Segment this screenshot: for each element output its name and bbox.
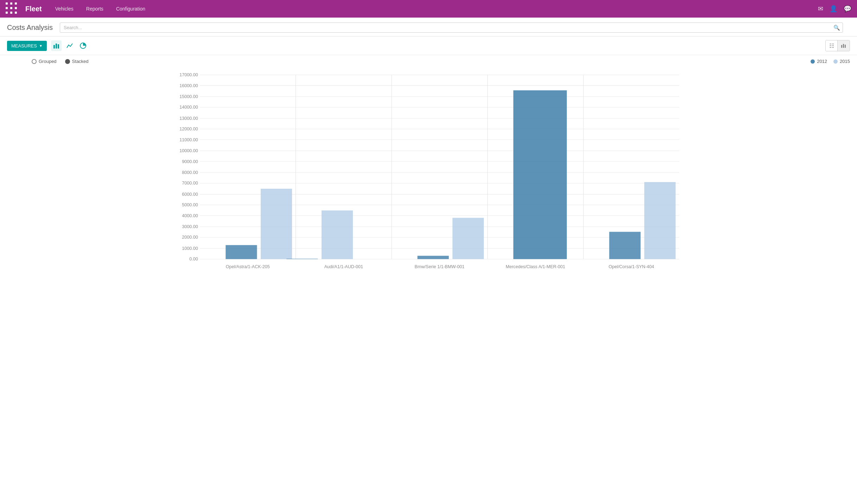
- svg-text:13000.00: 13000.00: [179, 116, 198, 121]
- top-navigation: Fleet Vehicles Reports Configuration ✉ 👤…: [0, 0, 857, 18]
- dot-2012: [811, 59, 815, 64]
- legend-2015: 2015: [833, 59, 850, 64]
- bar-opel-2015[interactable]: [261, 189, 292, 259]
- bar-audi-2015[interactable]: [322, 211, 353, 259]
- svg-text:Opel/Corsa/1-SYN-404: Opel/Corsa/1-SYN-404: [609, 264, 654, 269]
- view-toggle: ☷: [825, 40, 850, 51]
- grouped-radio: [32, 59, 37, 64]
- graph-view-button[interactable]: [838, 40, 850, 51]
- nav-vehicles[interactable]: Vehicles: [52, 4, 76, 14]
- svg-text:15000.00: 15000.00: [179, 94, 198, 99]
- svg-text:Opel/Astra/1-ACK-205: Opel/Astra/1-ACK-205: [226, 264, 270, 269]
- svg-rect-2: [58, 44, 59, 49]
- svg-text:4000.00: 4000.00: [182, 213, 198, 218]
- bar-opel-2012[interactable]: [226, 245, 257, 259]
- svg-rect-1: [56, 44, 57, 49]
- page-header: Costs Analysis 🔍: [0, 18, 857, 37]
- svg-text:10000.00: 10000.00: [179, 148, 198, 153]
- label-2012: 2012: [817, 59, 827, 64]
- search-icon: 🔍: [833, 25, 840, 31]
- svg-rect-6: [845, 45, 846, 48]
- chart-area: Grouped Stacked 2012 2015 .y-label { f: [0, 55, 857, 304]
- nav-configuration[interactable]: Configuration: [113, 4, 148, 14]
- dot-2015: [833, 59, 838, 64]
- page-title: Costs Analysis: [7, 24, 53, 32]
- bar-bmw-2012[interactable]: [418, 256, 449, 259]
- list-view-button[interactable]: ☷: [826, 40, 838, 51]
- stacked-label: Stacked: [72, 59, 89, 64]
- user-icon[interactable]: 👤: [830, 5, 837, 13]
- search-bar: 🔍: [60, 22, 843, 33]
- measures-button[interactable]: MEASURES ▼: [7, 41, 47, 51]
- svg-text:6000.00: 6000.00: [182, 192, 198, 197]
- mail-icon[interactable]: ✉: [818, 5, 823, 13]
- svg-text:2000.00: 2000.00: [182, 235, 198, 240]
- bar-mercedes-2012[interactable]: [513, 90, 567, 259]
- stacked-radio: [65, 59, 70, 64]
- svg-text:8000.00: 8000.00: [182, 170, 198, 175]
- svg-text:17000.00: 17000.00: [179, 72, 198, 77]
- measures-label: MEASURES: [11, 43, 37, 49]
- svg-text:5000.00: 5000.00: [182, 202, 198, 207]
- legend-2012: 2012: [811, 59, 827, 64]
- svg-rect-0: [53, 45, 55, 49]
- toolbar: MEASURES ▼ ☷: [0, 37, 857, 55]
- svg-text:1000.00: 1000.00: [182, 246, 198, 251]
- dropdown-arrow-icon: ▼: [39, 44, 43, 48]
- grouped-label: Grouped: [39, 59, 57, 64]
- bar-audi-2012[interactable]: [286, 259, 318, 259]
- bar-corsa-2012[interactable]: [609, 232, 641, 259]
- chat-icon[interactable]: 💬: [844, 5, 851, 13]
- legend-stacked[interactable]: Stacked: [65, 59, 89, 64]
- svg-text:14000.00: 14000.00: [179, 105, 198, 110]
- svg-text:12000.00: 12000.00: [179, 127, 198, 131]
- svg-text:3000.00: 3000.00: [182, 224, 198, 229]
- chart-type-icons: [51, 40, 88, 51]
- pie-chart-icon[interactable]: [78, 40, 88, 51]
- bar-bmw-2015[interactable]: [452, 218, 484, 259]
- bar-corsa-2015[interactable]: [644, 182, 675, 259]
- svg-text:0.00: 0.00: [189, 257, 198, 261]
- line-chart-icon[interactable]: [64, 40, 75, 51]
- svg-rect-4: [841, 45, 842, 48]
- svg-text:7000.00: 7000.00: [182, 181, 198, 186]
- nav-reports[interactable]: Reports: [83, 4, 106, 14]
- chart-legend: Grouped Stacked 2012 2015: [7, 59, 850, 64]
- svg-text:Mercedes/Class A/1-MER-001: Mercedes/Class A/1-MER-001: [506, 264, 565, 269]
- bar-chart-svg: .y-label { font: 12px Arial; fill: #888;…: [7, 67, 850, 296]
- svg-text:16000.00: 16000.00: [179, 83, 198, 88]
- app-grid-icon[interactable]: [6, 2, 18, 15]
- svg-text:Audi/A1/1-AUD-001: Audi/A1/1-AUD-001: [324, 264, 363, 269]
- app-logo[interactable]: Fleet: [25, 5, 42, 13]
- search-input[interactable]: [60, 22, 843, 33]
- svg-rect-5: [843, 44, 844, 48]
- label-2015: 2015: [840, 59, 850, 64]
- svg-text:11000.00: 11000.00: [179, 137, 198, 142]
- svg-text:9000.00: 9000.00: [182, 159, 198, 164]
- legend-grouped[interactable]: Grouped: [32, 59, 57, 64]
- bar-chart-icon[interactable]: [51, 40, 62, 51]
- svg-text:Bmw/Serie 1/1-BMW-001: Bmw/Serie 1/1-BMW-001: [415, 264, 465, 269]
- chart-svg-wrapper: .y-label { font: 12px Arial; fill: #888;…: [7, 67, 850, 297]
